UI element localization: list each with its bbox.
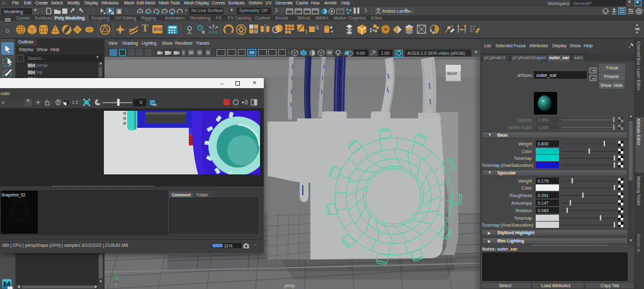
svg-text:y: y	[115, 283, 117, 286]
svg-text:RGB: RGB	[55, 101, 61, 105]
svg-text:~~~: ~~~	[13, 213, 19, 217]
svg-text:0,0,0: 0,0,0	[209, 30, 218, 34]
svg-text:RES: RES	[152, 104, 157, 106]
